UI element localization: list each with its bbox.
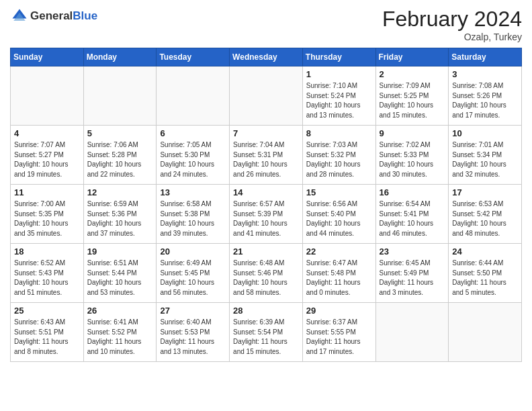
calendar-cell: 3Sunrise: 7:08 AM Sunset: 5:26 PM Daylig… <box>449 66 522 126</box>
day-detail: Sunrise: 7:07 AM Sunset: 5:27 PM Dayligh… <box>14 140 80 179</box>
day-number: 17 <box>452 187 518 197</box>
month-title: February 2024 <box>382 7 522 32</box>
day-detail: Sunrise: 6:58 AM Sunset: 5:38 PM Dayligh… <box>160 199 226 238</box>
calendar-cell <box>449 303 522 362</box>
day-number: 8 <box>306 128 372 138</box>
day-detail: Sunrise: 7:03 AM Sunset: 5:32 PM Dayligh… <box>306 140 372 179</box>
calendar-cell: 12Sunrise: 6:59 AM Sunset: 5:36 PM Dayli… <box>83 185 157 244</box>
calendar-cell: 20Sunrise: 6:49 AM Sunset: 5:45 PM Dayli… <box>157 244 230 303</box>
day-number: 20 <box>160 246 226 257</box>
day-number: 19 <box>87 246 153 257</box>
day-number: 14 <box>233 187 299 197</box>
calendar-week-row: 4Sunrise: 7:07 AM Sunset: 5:27 PM Daylig… <box>11 126 522 185</box>
day-number: 23 <box>380 246 445 257</box>
calendar-cell: 17Sunrise: 6:53 AM Sunset: 5:42 PM Dayli… <box>449 185 522 244</box>
day-number: 15 <box>306 187 372 197</box>
day-detail: Sunrise: 6:48 AM Sunset: 5:46 PM Dayligh… <box>233 259 299 298</box>
calendar-cell: 18Sunrise: 6:52 AM Sunset: 5:43 PM Dayli… <box>11 244 84 303</box>
calendar-cell: 4Sunrise: 7:07 AM Sunset: 5:27 PM Daylig… <box>11 126 84 185</box>
day-number: 1 <box>306 69 372 79</box>
calendar-cell: 10Sunrise: 7:01 AM Sunset: 5:34 PM Dayli… <box>449 126 522 185</box>
day-number: 11 <box>14 187 80 197</box>
day-number: 16 <box>380 187 445 197</box>
day-detail: Sunrise: 6:39 AM Sunset: 5:54 PM Dayligh… <box>233 318 299 357</box>
day-number: 13 <box>160 187 226 197</box>
day-detail: Sunrise: 7:00 AM Sunset: 5:35 PM Dayligh… <box>14 199 80 238</box>
weekday-header-tuesday: Tuesday <box>157 48 230 66</box>
calendar-cell: 19Sunrise: 6:51 AM Sunset: 5:44 PM Dayli… <box>83 244 157 303</box>
logo-general: General <box>30 9 73 23</box>
day-detail: Sunrise: 6:59 AM Sunset: 5:36 PM Dayligh… <box>87 199 153 238</box>
day-detail: Sunrise: 6:54 AM Sunset: 5:41 PM Dayligh… <box>380 199 445 238</box>
calendar-cell: 27Sunrise: 6:40 AM Sunset: 5:53 PM Dayli… <box>157 303 230 362</box>
day-detail: Sunrise: 7:01 AM Sunset: 5:34 PM Dayligh… <box>452 140 518 179</box>
day-number: 6 <box>160 128 226 138</box>
calendar-cell: 11Sunrise: 7:00 AM Sunset: 5:35 PM Dayli… <box>11 185 84 244</box>
calendar-cell: 8Sunrise: 7:03 AM Sunset: 5:32 PM Daylig… <box>302 126 375 185</box>
day-number: 4 <box>14 128 80 138</box>
day-detail: Sunrise: 7:05 AM Sunset: 5:30 PM Dayligh… <box>160 140 226 179</box>
day-detail: Sunrise: 6:57 AM Sunset: 5:39 PM Dayligh… <box>233 199 299 238</box>
calendar-week-row: 25Sunrise: 6:43 AM Sunset: 5:51 PM Dayli… <box>11 303 522 362</box>
day-detail: Sunrise: 7:09 AM Sunset: 5:25 PM Dayligh… <box>380 81 445 120</box>
calendar-cell <box>11 66 84 126</box>
day-detail: Sunrise: 6:37 AM Sunset: 5:55 PM Dayligh… <box>306 318 372 357</box>
weekday-header-sunday: Sunday <box>11 48 84 66</box>
day-detail: Sunrise: 7:10 AM Sunset: 5:24 PM Dayligh… <box>306 81 372 120</box>
calendar-cell: 16Sunrise: 6:54 AM Sunset: 5:41 PM Dayli… <box>375 185 449 244</box>
day-detail: Sunrise: 6:40 AM Sunset: 5:53 PM Dayligh… <box>160 318 226 357</box>
calendar-week-row: 18Sunrise: 6:52 AM Sunset: 5:43 PM Dayli… <box>11 244 522 303</box>
day-detail: Sunrise: 6:53 AM Sunset: 5:42 PM Dayligh… <box>452 199 518 238</box>
day-detail: Sunrise: 6:43 AM Sunset: 5:51 PM Dayligh… <box>14 318 80 357</box>
calendar-cell: 15Sunrise: 6:56 AM Sunset: 5:40 PM Dayli… <box>302 185 375 244</box>
day-number: 5 <box>87 128 153 138</box>
calendar-cell: 14Sunrise: 6:57 AM Sunset: 5:39 PM Dayli… <box>230 185 303 244</box>
day-number: 3 <box>452 69 518 79</box>
day-number: 26 <box>87 306 153 316</box>
calendar-cell: 5Sunrise: 7:06 AM Sunset: 5:28 PM Daylig… <box>83 126 157 185</box>
day-detail: Sunrise: 7:02 AM Sunset: 5:33 PM Dayligh… <box>380 140 445 179</box>
day-number: 27 <box>160 306 226 316</box>
day-number: 25 <box>14 306 80 316</box>
logo: General Blue <box>10 7 97 26</box>
day-number: 10 <box>452 128 518 138</box>
calendar-cell: 28Sunrise: 6:39 AM Sunset: 5:54 PM Dayli… <box>230 303 303 362</box>
day-number: 29 <box>306 306 372 316</box>
weekday-header-friday: Friday <box>375 48 449 66</box>
day-detail: Sunrise: 7:06 AM Sunset: 5:28 PM Dayligh… <box>87 140 153 179</box>
day-number: 22 <box>306 246 372 257</box>
day-number: 12 <box>87 187 153 197</box>
logo-icon <box>10 7 29 26</box>
day-number: 28 <box>233 306 299 316</box>
day-number: 9 <box>380 128 445 138</box>
logo-blue: Blue <box>73 9 97 23</box>
day-detail: Sunrise: 6:52 AM Sunset: 5:43 PM Dayligh… <box>14 259 80 298</box>
day-detail: Sunrise: 6:41 AM Sunset: 5:52 PM Dayligh… <box>87 318 153 357</box>
day-detail: Sunrise: 6:45 AM Sunset: 5:49 PM Dayligh… <box>380 259 445 298</box>
weekday-header-monday: Monday <box>83 48 157 66</box>
day-number: 21 <box>233 246 299 257</box>
title-area: February 2024 Ozalp, Turkey <box>382 7 522 42</box>
weekday-header-row: SundayMondayTuesdayWednesdayThursdayFrid… <box>11 48 522 66</box>
calendar-cell: 29Sunrise: 6:37 AM Sunset: 5:55 PM Dayli… <box>302 303 375 362</box>
calendar-week-row: 11Sunrise: 7:00 AM Sunset: 5:35 PM Dayli… <box>11 185 522 244</box>
calendar-cell: 24Sunrise: 6:44 AM Sunset: 5:50 PM Dayli… <box>449 244 522 303</box>
calendar-cell <box>230 66 303 126</box>
page-header: General Blue February 2024 Ozalp, Turkey <box>10 7 522 42</box>
calendar-cell: 21Sunrise: 6:48 AM Sunset: 5:46 PM Dayli… <box>230 244 303 303</box>
day-number: 7 <box>233 128 299 138</box>
day-detail: Sunrise: 6:56 AM Sunset: 5:40 PM Dayligh… <box>306 199 372 238</box>
calendar-week-row: 1Sunrise: 7:10 AM Sunset: 5:24 PM Daylig… <box>11 66 522 126</box>
calendar-table: SundayMondayTuesdayWednesdayThursdayFrid… <box>10 48 522 362</box>
weekday-header-saturday: Saturday <box>449 48 522 66</box>
day-detail: Sunrise: 6:44 AM Sunset: 5:50 PM Dayligh… <box>452 259 518 298</box>
calendar-cell: 9Sunrise: 7:02 AM Sunset: 5:33 PM Daylig… <box>375 126 449 185</box>
calendar-cell: 6Sunrise: 7:05 AM Sunset: 5:30 PM Daylig… <box>157 126 230 185</box>
weekday-header-wednesday: Wednesday <box>230 48 303 66</box>
calendar-cell <box>157 66 230 126</box>
day-number: 18 <box>14 246 80 257</box>
calendar-cell: 2Sunrise: 7:09 AM Sunset: 5:25 PM Daylig… <box>375 66 449 126</box>
weekday-header-thursday: Thursday <box>302 48 375 66</box>
day-detail: Sunrise: 6:49 AM Sunset: 5:45 PM Dayligh… <box>160 259 226 298</box>
day-detail: Sunrise: 6:47 AM Sunset: 5:48 PM Dayligh… <box>306 259 372 298</box>
